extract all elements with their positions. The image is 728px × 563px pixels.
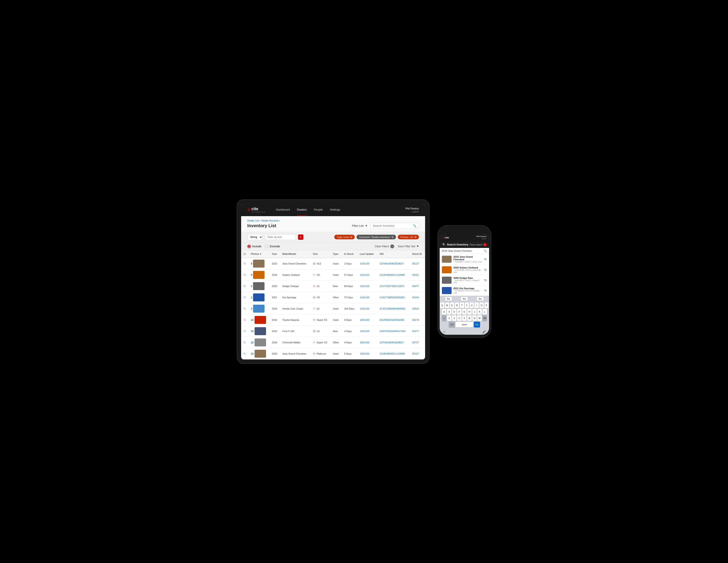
key-t[interactable]: T (460, 303, 464, 308)
search-input[interactable] (373, 224, 411, 227)
col-year[interactable]: Year (270, 250, 280, 258)
key-h[interactable]: H (467, 309, 472, 315)
key-i[interactable]: I (475, 303, 479, 308)
key-w[interactable]: W (445, 303, 449, 308)
nav-people[interactable]: People (314, 204, 323, 216)
key-a[interactable]: A (442, 309, 446, 315)
key-s[interactable]: S (447, 309, 451, 315)
phone-search-input[interactable] (442, 249, 482, 252)
key-backspace[interactable]: ⌫ (482, 315, 487, 321)
mic-icon[interactable]: 🎤 (482, 330, 486, 334)
nav-dashboard[interactable]: Dashboard (276, 204, 290, 216)
stock-id-cell[interactable]: 35331 (410, 269, 425, 280)
key-p[interactable]: P (484, 303, 489, 308)
stock-id-cell[interactable]: 35277 (410, 326, 425, 337)
key-y[interactable]: Y (465, 303, 469, 308)
vin-cell[interactable]: 1D7HA16D95J528627 (377, 258, 410, 269)
col-stock-id[interactable]: Stock ID (410, 250, 425, 258)
emoji-icon[interactable]: ☺ (443, 330, 446, 334)
key-k[interactable]: K (477, 309, 482, 315)
vin-cell[interactable]: 1G1YF2D7XE5119973 (377, 280, 410, 292)
col-vin[interactable]: VIN (377, 250, 410, 258)
phone-logout[interactable]: Logout (476, 237, 486, 239)
vin-cell[interactable]: 2G1FB3D31D9191099 (377, 314, 410, 326)
key-c[interactable]: C (457, 315, 462, 321)
filter-tag-comment[interactable]: Comment: "Dealer-inventory" ⊗ (356, 235, 396, 239)
phone-result-sync-icon[interactable]: ↻ (484, 278, 487, 282)
add-filter-button[interactable]: + (298, 234, 303, 240)
key-r[interactable]: R (455, 303, 459, 308)
radio-exclude[interactable]: Exclude (265, 244, 280, 248)
stock-id-cell[interactable]: 35127 (410, 348, 425, 359)
key-x[interactable]: X (452, 315, 456, 321)
col-in-stock[interactable]: In Stock (342, 250, 358, 258)
filter-tag-photos-remove[interactable]: ⊗ (414, 235, 417, 239)
filter-tag-type-remove[interactable]: ⊗ (350, 235, 353, 239)
breadcrumb-dealer-account[interactable]: Dealer Account » (262, 219, 280, 222)
col-photos[interactable]: Photos ▾ (249, 250, 270, 258)
radio-include[interactable]: Include (247, 244, 261, 248)
sync-icon[interactable]: ↻ (243, 330, 246, 333)
col-trim[interactable]: Trim (310, 250, 330, 258)
columns-icon[interactable]: ⊞ (243, 252, 246, 256)
phone-result-sync-icon[interactable]: ↻ (484, 268, 487, 271)
suggest-word-1[interactable]: the (445, 297, 452, 301)
col-type[interactable]: Type (331, 250, 342, 258)
sync-icon[interactable]: ↻ (243, 307, 246, 311)
key-o[interactable]: O (479, 303, 484, 308)
suggest-word-2[interactable]: the (461, 297, 468, 301)
filter-tag-type[interactable]: Type: Used ⊗ (334, 235, 355, 239)
phone-result-item[interactable]: 2018 Jeep Grand Cherokee ...5J528627 | 3… (440, 254, 489, 265)
phone-result-sync-icon[interactable]: ↻ (484, 257, 487, 261)
sync-icon[interactable]: ↻ (243, 341, 246, 344)
vin-cell[interactable]: 1G1RH6E46CU118980 (377, 269, 410, 280)
key-n[interactable]: N (472, 315, 477, 321)
key-g[interactable]: G (462, 309, 467, 315)
sync-icon[interactable]: ↻ (243, 318, 246, 322)
clear-filters-button[interactable]: Clear Filters − (375, 244, 394, 248)
phone-result-sync-icon[interactable]: ↻ (484, 289, 487, 292)
col-last-update[interactable]: Last Update (358, 250, 377, 258)
nav-settings[interactable]: Settings (330, 204, 340, 216)
vin-cell[interactable]: 1HGCT2B82DA005852 (377, 292, 410, 303)
key-b[interactable]: B (467, 315, 472, 321)
stock-id-cell[interactable]: 33542 (410, 303, 425, 314)
filter-list-button[interactable]: Filter List ▼ (352, 224, 368, 227)
suggest-word-3[interactable]: the (477, 297, 484, 301)
phone-result-item[interactable]: 2020 Subaru Outback ...CU118980 | 35331 … (440, 265, 489, 275)
key-z[interactable]: Z (447, 315, 451, 321)
breadcrumb-dealer-list[interactable]: Dealer List (247, 219, 259, 222)
close-search-button[interactable]: Close search ✕ (470, 243, 486, 246)
key-j[interactable]: J (472, 309, 477, 315)
key-v[interactable]: V (462, 315, 467, 321)
col-make-model[interactable]: Make/Model (280, 250, 311, 258)
stock-id-cell[interactable]: 35278 (410, 314, 425, 326)
save-filter-button[interactable]: Save Filter Set ⚑ (398, 245, 419, 248)
stock-id-cell[interactable]: 35154 (410, 292, 425, 303)
filter-tag-photos[interactable]: Photos: <22 ⊗ (398, 235, 419, 239)
vin-cell[interactable]: 2C3CDXBG6DH609992 (377, 303, 410, 314)
vin-cell[interactable]: 1D7HA16D95J528627 (377, 337, 410, 348)
sync-icon[interactable]: ↻ (243, 296, 246, 299)
nav-dealers[interactable]: Dealers (297, 204, 307, 216)
key-m[interactable]: M (477, 315, 482, 321)
logout-link[interactable]: Logout (405, 210, 419, 213)
key-u[interactable]: U (470, 303, 474, 308)
vin-cell[interactable]: 2HNYD2H3XDH517464 (377, 326, 410, 337)
phone-result-item[interactable]: 2005 Dodge Ram ...E5119973 | 35477 | Rep… (440, 275, 489, 286)
vin-cell[interactable]: 1G1RH6E46CU118980 (377, 348, 410, 359)
sync-icon[interactable]: ↻ (243, 273, 246, 276)
key-d[interactable]: D (452, 309, 456, 315)
filter-tag-comment-remove[interactable]: ⊗ (391, 235, 394, 239)
key-f[interactable]: F (457, 309, 462, 315)
key-l[interactable]: L (482, 309, 487, 315)
key-q[interactable]: Q (440, 303, 444, 308)
stock-id-cell[interactable]: 35477 (410, 280, 425, 292)
sync-icon[interactable]: ↻ (243, 285, 246, 288)
sync-icon[interactable]: ↻ (243, 352, 246, 356)
sync-icon[interactable]: ↻ (243, 262, 246, 265)
filter-text-input[interactable] (265, 234, 296, 240)
key-e[interactable]: E (450, 303, 454, 308)
phone-result-item[interactable]: 2021 Kia Sportage ...DA005852 | 35154 | … (440, 286, 489, 296)
stock-id-cell[interactable]: 34737 (410, 337, 425, 348)
